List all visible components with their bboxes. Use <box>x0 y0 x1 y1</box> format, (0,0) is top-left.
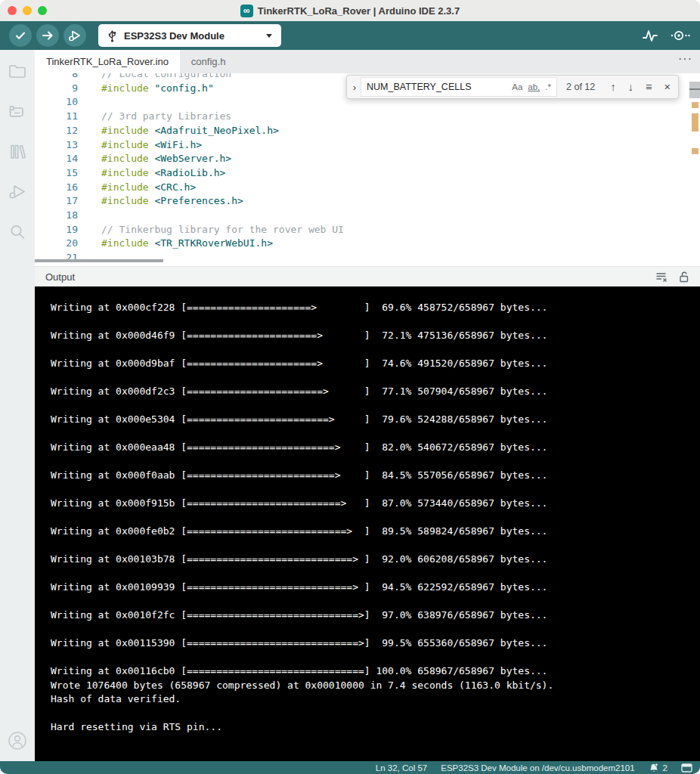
console-line <box>51 511 700 525</box>
console-line: Writing at 0x000cf228 [=================… <box>51 301 700 315</box>
line-code: #include <RadioLib.h> <box>91 166 225 181</box>
boards-manager-icon[interactable] <box>8 102 27 122</box>
search-icon[interactable] <box>8 222 27 242</box>
regex-toggle[interactable]: .* <box>545 82 551 91</box>
zoom-window-button[interactable] <box>38 6 47 15</box>
scroll-position-marker <box>689 88 700 90</box>
line-number: 15 <box>35 166 91 181</box>
code-line: 17#include <Preferences.h> <box>35 194 700 209</box>
line-code <box>91 209 107 223</box>
line-code: #include <WiFi.h> <box>91 138 202 153</box>
console-line: Writing at 0x000e5304 [=================… <box>51 413 700 427</box>
line-number: 10 <box>35 95 91 110</box>
lock-output-icon[interactable] <box>678 271 689 283</box>
code-line: 18 <box>35 209 700 223</box>
code-line: 20#include <TR_RTKRoverWebUI.h> <box>35 237 700 251</box>
line-number: 8 <box>35 73 91 82</box>
upload-button[interactable] <box>36 24 59 47</box>
code-editor[interactable]: 8// Local configuration9#include "config… <box>35 73 700 266</box>
line-code: #include <Preferences.h> <box>91 194 243 209</box>
tab-sketch-ino[interactable]: TinkerRTK_LoRa_Rover.ino <box>35 50 180 73</box>
console-line <box>51 371 700 385</box>
usb-icon <box>107 29 117 42</box>
whole-word-toggle[interactable]: ab, <box>528 82 540 91</box>
code-lines: 8// Local configuration9#include "config… <box>35 73 700 265</box>
console-line <box>51 651 700 665</box>
more-actions-icon[interactable]: ··· <box>678 52 692 66</box>
console-line: Hard resetting via RTS pin... <box>51 720 700 735</box>
serial-plotter-icon[interactable] <box>641 27 659 44</box>
vertical-scrollbar-thumb[interactable] <box>689 82 700 98</box>
toolbar-right-icons <box>641 27 691 44</box>
line-number: 13 <box>35 138 91 153</box>
line-number: 11 <box>35 110 91 124</box>
arduino-app-icon: ∞ <box>240 5 253 17</box>
output-panel-title: Output <box>45 271 75 283</box>
debug-sidebar-icon[interactable] <box>8 182 27 202</box>
line-code: // Tinkerbug library for the rover web U… <box>91 223 344 237</box>
find-previous-icon[interactable]: ↑ <box>611 81 616 93</box>
tab-config-h[interactable]: config.h <box>180 50 237 73</box>
board-selector-label: ESP32S3 Dev Module <box>124 30 225 42</box>
sketchbook-folder-icon[interactable] <box>8 62 27 82</box>
console-line: Writing at 0x000df2c3 [=================… <box>51 385 700 399</box>
console-line: Writing at 0x000d9baf [=================… <box>51 357 700 371</box>
horizontal-scrollbar-thumb[interactable] <box>35 259 163 262</box>
board-selector[interactable]: ESP32S3 Dev Module <box>98 24 281 47</box>
find-in-selection-icon[interactable]: ≡ <box>646 81 652 93</box>
console-line <box>51 399 700 413</box>
close-window-button[interactable] <box>8 6 17 15</box>
toggle-panel-icon[interactable] <box>681 763 692 772</box>
tab-label: TinkerRTK_LoRa_Rover.ino <box>46 56 169 67</box>
account-icon[interactable] <box>6 729 29 752</box>
arduino-ide-window: ∞ TinkerRTK_LoRa_Rover | Arduino IDE 2.3… <box>0 0 700 774</box>
code-line: 21 <box>35 251 700 265</box>
main-content: TinkerRTK_LoRa_Rover.ino config.h ··· 8/… <box>35 50 700 761</box>
statusbar: Ln 32, Col 57 ESP32S3 Dev Module on /dev… <box>0 761 700 774</box>
clear-output-icon[interactable] <box>655 271 668 283</box>
line-number: 21 <box>35 251 91 265</box>
notification-count: 2 <box>663 763 667 772</box>
find-next-icon[interactable]: ↓ <box>628 81 633 93</box>
notifications-group[interactable]: 2 <box>649 763 667 773</box>
console-lines[interactable]: Writing at 0x000cf228 [=================… <box>35 286 700 761</box>
output-header-icons <box>655 271 689 283</box>
expand-replace-chevron-icon[interactable]: › <box>348 82 361 93</box>
line-number: 20 <box>35 237 91 251</box>
search-match-marker <box>692 102 698 108</box>
console-line: Writing at 0x000fe0b2 [=================… <box>51 525 700 539</box>
code-line: 19// Tinkerbug library for the rover web… <box>35 223 700 237</box>
line-code: #include "config.h" <box>91 82 214 96</box>
find-input-box: Aa ab, .* <box>361 77 557 97</box>
minimize-window-button[interactable] <box>23 6 32 15</box>
code-line: 12#include <Adafruit_NeoPixel.h> <box>35 124 700 138</box>
chevron-down-icon <box>266 34 272 38</box>
serial-monitor-icon[interactable] <box>670 28 691 43</box>
line-code: #include <CRC.h> <box>91 181 196 195</box>
find-query-input[interactable] <box>367 82 506 92</box>
console-line <box>51 595 700 609</box>
library-manager-icon[interactable] <box>8 142 27 162</box>
code-line: 16#include <CRC.h> <box>35 181 700 195</box>
bell-icon <box>649 763 659 773</box>
window-title-wrap: ∞ TinkerRTK_LoRa_Rover | Arduino IDE 2.3… <box>240 5 460 17</box>
debug-button[interactable] <box>63 24 86 47</box>
match-case-toggle[interactable]: Aa <box>512 82 522 91</box>
line-code <box>91 95 107 110</box>
checkmark-icon <box>14 29 27 42</box>
line-number: 14 <box>35 152 91 166</box>
code-line: 11// 3rd party Libraries <box>35 110 700 124</box>
console-line <box>51 483 700 497</box>
code-line: 14#include <WebServer.h> <box>35 152 700 166</box>
arrow-right-icon <box>41 29 54 42</box>
tab-label: config.h <box>191 56 226 67</box>
console-line: Writing at 0x00115390 [=================… <box>51 636 700 651</box>
console-line <box>51 623 700 637</box>
board-port-status[interactable]: ESP32S3 Dev Module on /dev/cu.usbmodem21… <box>441 763 634 772</box>
verify-button[interactable] <box>9 24 32 47</box>
close-icon[interactable]: × <box>664 81 671 93</box>
cursor-position[interactable]: Ln 32, Col 57 <box>376 763 427 772</box>
overview-ruler[interactable] <box>689 73 700 266</box>
titlebar: ∞ TinkerRTK_LoRa_Rover | Arduino IDE 2.3… <box>0 0 700 21</box>
console-line <box>51 315 700 330</box>
